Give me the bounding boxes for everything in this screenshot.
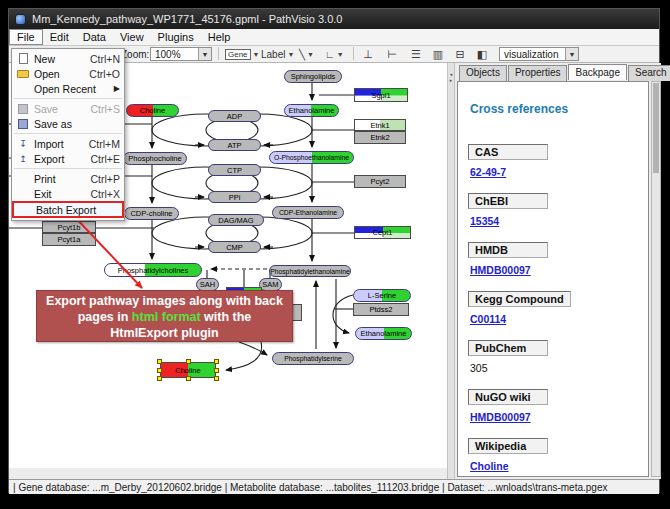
backpage-content: Cross references CAS 62-49-7 ChEBI 15354… xyxy=(457,81,649,477)
pathway-node[interactable]: DAG/MAG xyxy=(208,214,264,226)
connector-tool-button[interactable]: ∟ ▼ xyxy=(323,47,346,61)
app-window: Mm_Kennedy_pathway_WP1771_45176.gpml - P… xyxy=(8,8,660,493)
pathway-node[interactable]: ADP xyxy=(208,110,261,122)
selection-handle[interactable] xyxy=(214,359,219,364)
menu-edit[interactable]: Edit xyxy=(43,30,76,44)
chevron-down-icon: ▼ xyxy=(287,51,294,58)
pathway-node[interactable]: Pcyt1a xyxy=(42,233,96,246)
menu-item-exit[interactable]: ExitCtrl+X xyxy=(12,186,124,201)
scrollbar-thumb[interactable] xyxy=(653,83,659,173)
tab-properties[interactable]: Properties xyxy=(508,65,568,81)
menu-help[interactable]: Help xyxy=(201,30,238,44)
menu-plugins[interactable]: Plugins xyxy=(151,30,201,44)
section-header: PubChem xyxy=(468,340,548,356)
export-icon: ↥ xyxy=(16,153,30,164)
annotation-callout: Export pathway images along with back pa… xyxy=(36,290,293,342)
pathway-node[interactable]: O-Phosphoethanolamine xyxy=(269,151,354,164)
align-vertical-center-icon[interactable]: ⊥ xyxy=(359,47,377,61)
stack-horizontal-icon[interactable]: ▥ xyxy=(429,47,447,61)
menu-item-open[interactable]: OpenCtrl+O xyxy=(12,66,124,81)
section-header: Wikipedia xyxy=(468,438,548,454)
pathway-node-selected[interactable]: Choline xyxy=(160,362,216,378)
set-common-width-icon[interactable]: ⊟ xyxy=(451,47,469,61)
crossref-link[interactable]: 15354 xyxy=(470,215,648,227)
visualization-combobox[interactable]: visualization ▼ xyxy=(499,47,579,61)
new-document-icon xyxy=(16,53,30,64)
menu-item-print[interactable]: PrintCtrl+P xyxy=(12,171,124,186)
selection-handle[interactable] xyxy=(157,368,162,373)
pathway-node[interactable]: Cept1 xyxy=(354,226,411,239)
selection-handle[interactable] xyxy=(157,376,162,381)
pathway-node[interactable]: Phosphatidylserine xyxy=(272,352,354,365)
section-header: Kegg Compound xyxy=(468,291,571,307)
line-tool-button[interactable]: ╲ ▼ xyxy=(297,47,316,61)
pathway-node[interactable]: Ethanolamine xyxy=(284,104,339,117)
menu-item-export[interactable]: ↥ ExportCtrl+E xyxy=(12,151,124,166)
crossref-link[interactable]: HMDB00097 xyxy=(470,264,648,276)
pathway-node[interactable]: Phosphatidylethanolamine xyxy=(269,265,351,277)
pathway-node[interactable]: Sphingolipids xyxy=(284,70,342,83)
open-folder-icon xyxy=(16,68,30,79)
pathway-node[interactable]: Choline xyxy=(126,104,179,117)
menu-item-import[interactable]: ↧ ImportCtrl+M xyxy=(12,136,124,151)
file-menu-popup: NewCtrl+N OpenCtrl+O Open Recent▶ SaveCt… xyxy=(11,48,125,221)
pathway-node[interactable]: L-Serine xyxy=(353,289,411,302)
selection-handle[interactable] xyxy=(186,359,191,364)
pathway-node[interactable]: CMP xyxy=(208,241,261,253)
pathway-node[interactable]: Etnk1 xyxy=(354,119,406,131)
backpage-section: Wikipedia Choline xyxy=(468,436,648,472)
line-icon: ╲ xyxy=(299,49,305,60)
zoom-combobox[interactable]: 100% ▼ xyxy=(150,47,212,61)
selection-handle[interactable] xyxy=(186,376,191,381)
tab-backpage[interactable]: Backpage xyxy=(568,64,626,80)
pathway-node[interactable]: CDP-Ethanolamine xyxy=(272,206,344,219)
menu-item-batch-export[interactable]: Batch Export xyxy=(12,201,124,218)
pathway-node[interactable]: Phosphocholine xyxy=(123,152,187,165)
section-header: CAS xyxy=(468,144,548,160)
backpage-section: NuGO wiki HMDB00097 xyxy=(468,387,648,423)
selection-handle[interactable] xyxy=(157,359,162,364)
selection-handle[interactable] xyxy=(214,376,219,381)
align-horizontal-center-icon[interactable]: ⊢ xyxy=(383,47,401,61)
backpage-section: CAS 62-49-7 xyxy=(468,142,648,178)
backpage-section: Kegg Compound C00114 xyxy=(468,289,648,325)
pathway-node[interactable]: Ethanolamine xyxy=(355,327,412,340)
pathway-node[interactable]: PPi xyxy=(208,191,261,203)
side-panel: Objects Properties Backpage Search Legen… xyxy=(455,63,661,479)
pathway-node[interactable]: CTP xyxy=(208,164,261,176)
pathway-node[interactable]: Sgpl1 xyxy=(354,88,408,102)
save-icon xyxy=(16,103,30,114)
crossref-link[interactable]: C00114 xyxy=(470,313,648,325)
chevron-down-icon[interactable]: ▼ xyxy=(565,48,578,60)
selection-handle[interactable] xyxy=(214,368,219,373)
set-common-height-icon[interactable]: ◧ xyxy=(473,47,491,61)
chevron-down-icon: ▼ xyxy=(337,51,344,58)
menu-item-save: SaveCtrl+S xyxy=(12,101,124,116)
pathway-node[interactable]: Ptdss2 xyxy=(353,303,409,316)
datanode-tool-button[interactable]: Gene ▼ xyxy=(223,47,262,61)
menu-item-save-as[interactable]: Save as xyxy=(12,116,124,131)
menu-item-new[interactable]: NewCtrl+N xyxy=(12,51,124,66)
panel-splitter[interactable]: ◂▸ xyxy=(447,63,455,479)
tab-objects[interactable]: Objects xyxy=(459,65,507,81)
menu-item-open-recent[interactable]: Open Recent▶ xyxy=(12,81,124,96)
pathway-node[interactable]: Pcyt1b xyxy=(42,221,96,233)
menu-view[interactable]: View xyxy=(113,30,151,44)
crossref-link[interactable]: 62-49-7 xyxy=(470,166,648,178)
pathway-node[interactable]: Etnk2 xyxy=(354,131,406,144)
crossref-link[interactable]: HMDB00097 xyxy=(470,411,648,423)
tab-search[interactable]: Search xyxy=(628,65,670,81)
pathway-node[interactable]: Pcyt2 xyxy=(354,175,406,188)
menu-separator xyxy=(14,168,122,169)
chevron-down-icon[interactable]: ▼ xyxy=(198,48,211,60)
label-tool-button[interactable]: Label ▼ xyxy=(259,47,296,61)
menu-file[interactable]: File xyxy=(9,29,43,45)
pathway-node[interactable]: CDP-choline xyxy=(124,207,179,220)
stack-vertical-icon[interactable]: ☰ xyxy=(407,47,425,61)
pathway-node[interactable]: Phosphatidylcholines xyxy=(104,263,202,277)
panel-vertical-scrollbar[interactable] xyxy=(651,81,661,477)
cross-references-heading: Cross references xyxy=(470,102,648,116)
menu-data[interactable]: Data xyxy=(76,30,113,44)
pathway-node[interactable]: ATP xyxy=(208,139,261,151)
crossref-link[interactable]: Choline xyxy=(470,460,648,472)
